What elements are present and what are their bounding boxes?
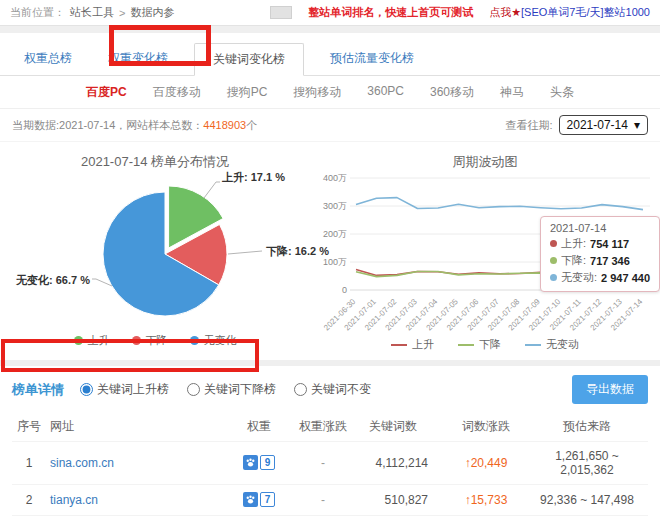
cell-url: bbs.tianya.cn — [46, 516, 226, 520]
pie-legend-down[interactable]: 下降 — [132, 333, 168, 348]
chart-tooltip: 2021-07-14 上升:754 117 下降:717 346 无变动:2 9… — [540, 216, 660, 292]
pie-legend-up[interactable]: 上升 — [74, 333, 110, 348]
cell-weight-change: - — [292, 485, 354, 516]
subtab-360-mobile[interactable]: 360移动 — [430, 84, 474, 101]
radio-keyword-up[interactable] — [80, 383, 93, 396]
cell-weight-change: - — [292, 442, 354, 485]
breadcrumb: 当前位置： 站长工具 > 数据内参 — [10, 5, 174, 20]
subtab-360-pc[interactable]: 360PC — [367, 84, 404, 101]
pie-legend-nochange[interactable]: 无变化 — [190, 333, 237, 348]
cell-keywords: 171,563 — [354, 516, 446, 520]
baidu-weight-badge: 9 — [243, 455, 275, 470]
subtab-shenma[interactable]: 神马 — [500, 84, 524, 101]
ad-placeholder — [270, 6, 292, 19]
pie-label-nochange: 无变化: 66.7 % — [16, 273, 90, 288]
meta-row: 当期数据:2021-07-14，网站样本总数： 4418903 个 查看往期: … — [0, 109, 660, 142]
legend-dash-red — [391, 344, 407, 346]
details-controls: 榜单详情 关键词上升榜 关键词下降榜 关键词不变 导出数据 — [0, 366, 660, 412]
svg-text:400万: 400万 — [323, 173, 347, 183]
header-keyword-change: 词数涨跌 — [446, 412, 526, 442]
ranking-panel: 权重总榜 权重变化榜 关键词变化榜 预估流量变化榜 百度PC 百度移动 搜狗PC… — [0, 33, 660, 360]
line-legend-nochange[interactable]: 无变动 — [525, 337, 579, 352]
ranking-table: 序号 网址 权重 权重涨跌 关键词数 词数涨跌 预估来路 1 sina.com.… — [12, 412, 648, 520]
svg-text:300万: 300万 — [323, 201, 347, 211]
cell-traffic: 1,261,650 ~ 2,015,362 — [526, 442, 648, 485]
tab-weight-total[interactable]: 权重总榜 — [14, 43, 82, 75]
svg-text:100万: 100万 — [323, 257, 347, 267]
line-chart-panel: 周期波动图 0100万200万300万400万2021-06-302021-07… — [310, 142, 660, 360]
main-tabs: 权重总榜 权重变化榜 关键词变化榜 预估流量变化榜 — [0, 33, 660, 76]
filter-keyword-up[interactable]: 关键词上升榜 — [80, 381, 169, 398]
cell-url: sina.com.cn — [46, 442, 226, 485]
cell-keywords: 4,112,214 — [354, 442, 446, 485]
engine-subtabs: 百度PC 百度移动 搜狗PC 搜狗移动 360PC 360移动 神马 头条 — [0, 76, 660, 109]
line-legend: 上升 下降 无变动 — [310, 337, 660, 352]
subtab-baidu-pc[interactable]: 百度PC — [86, 84, 127, 101]
header-traffic: 预估来路 — [526, 412, 648, 442]
details-title: 榜单详情 — [12, 381, 64, 399]
cell-weight: 7 — [226, 485, 292, 516]
details-panel: 榜单详情 关键词上升榜 关键词下降榜 关键词不变 导出数据 序号 网址 权重 权… — [0, 366, 660, 520]
cell-weight: 9 — [226, 442, 292, 485]
cell-keyword-change: ↑15,733 — [446, 485, 526, 516]
legend-dot-green — [74, 336, 83, 345]
line-legend-up[interactable]: 上升 — [391, 337, 434, 352]
promo-link[interactable]: 点我★[SEO单词7毛/天]整站1000 — [489, 5, 650, 20]
sample-unit: 个 — [246, 118, 257, 133]
date-select[interactable]: 2021-07-14 ▾ — [559, 115, 648, 135]
cell-index: 2 — [12, 485, 46, 516]
baidu-paw-icon — [243, 455, 258, 470]
current-data-label: 当期数据:2021-07-14，网站样本总数： — [12, 118, 203, 133]
baidu-paw-icon — [243, 492, 258, 507]
cell-keyword-change: ↑20,449 — [446, 442, 526, 485]
subtab-toutiao[interactable]: 头条 — [550, 84, 574, 101]
tooltip-dot-green — [550, 257, 557, 264]
radio-keyword-same[interactable] — [294, 383, 307, 396]
table-row: 2 tianya.cn 7 - 510,827 ↑15,733 92,336 ~… — [12, 485, 648, 516]
cell-index: 3 — [12, 516, 46, 520]
breadcrumb-link-tools[interactable]: 站长工具 — [70, 5, 114, 20]
radio-keyword-down[interactable] — [187, 383, 200, 396]
legend-dash-blue — [525, 344, 541, 346]
chevron-down-icon: ▾ — [634, 118, 640, 132]
line-legend-down[interactable]: 下降 — [458, 337, 501, 352]
ad-link-red[interactable]: 整站单词排名，快速上首页可测试 — [308, 5, 473, 20]
breadcrumb-separator: > — [119, 7, 125, 19]
svg-text:0: 0 — [342, 285, 347, 295]
export-data-button[interactable]: 导出数据 — [572, 375, 648, 404]
date-select-value: 2021-07-14 — [567, 118, 628, 132]
subtab-sogou-mobile[interactable]: 搜狗移动 — [293, 84, 341, 101]
pie-chart-panel: 2021-07-14 榜单分布情况 上升: 17.1 % 下降: 16.2 % … — [0, 142, 310, 360]
subtab-sogou-pc[interactable]: 搜狗PC — [227, 84, 268, 101]
tooltip-dot-blue — [550, 274, 557, 281]
filter-keyword-down[interactable]: 关键词下降榜 — [187, 381, 276, 398]
cell-traffic: 38,626 ~ 61,702 — [526, 516, 648, 520]
legend-dot-blue — [190, 336, 199, 345]
top-bar: 当前位置： 站长工具 > 数据内参 整站单词排名，快速上首页可测试 点我★[SE… — [0, 0, 660, 26]
cell-traffic: 92,336 ~ 147,498 — [526, 485, 648, 516]
table-row: 3 bbs.tianya.cn 7 ↑1 171,563 ↑14,035 38,… — [12, 516, 648, 520]
subtab-baidu-mobile[interactable]: 百度移动 — [153, 84, 201, 101]
view-past-label: 查看往期: — [506, 118, 553, 133]
tooltip-date: 2021-07-14 — [550, 222, 650, 234]
legend-dash-green — [458, 344, 474, 346]
baidu-weight-badge: 7 — [243, 492, 275, 507]
header-keywords: 关键词数 — [354, 412, 446, 442]
cell-url: tianya.cn — [46, 485, 226, 516]
pie-legend: 上升 下降 无变化 — [0, 333, 310, 348]
header-weight-change: 权重涨跌 — [292, 412, 354, 442]
promo-text: [SEO单词7毛/天]整站1000 — [521, 6, 650, 18]
cell-weight: 7 — [226, 516, 292, 520]
sample-count: 4418903 — [203, 119, 246, 131]
cell-weight-change: ↑1 — [292, 516, 354, 520]
header-weight: 权重 — [226, 412, 292, 442]
tab-keyword-change[interactable]: 关键词变化榜 — [194, 43, 304, 76]
site-link[interactable]: tianya.cn — [50, 493, 98, 507]
filter-keyword-same[interactable]: 关键词不变 — [294, 381, 371, 398]
breadcrumb-link-data[interactable]: 数据内参 — [130, 5, 174, 20]
tab-weight-change[interactable]: 权重变化榜 — [98, 43, 178, 75]
site-link[interactable]: sina.com.cn — [50, 456, 114, 470]
tooltip-dot-red — [550, 240, 557, 247]
breadcrumb-label: 当前位置： — [10, 5, 65, 20]
tab-traffic-change[interactable]: 预估流量变化榜 — [320, 43, 424, 75]
